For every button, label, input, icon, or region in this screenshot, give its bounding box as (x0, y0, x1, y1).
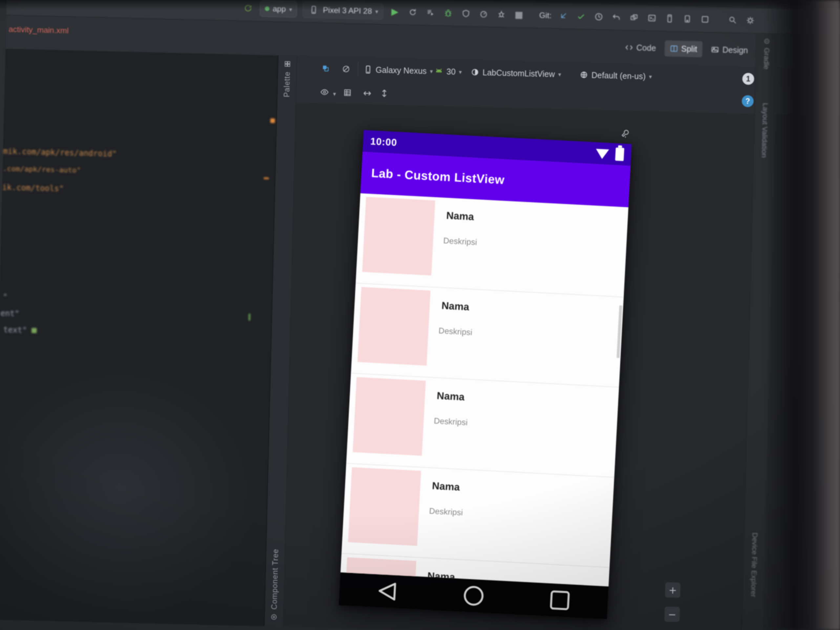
code-fragment: mik.com/apk/res/android" (3, 147, 117, 158)
file-tab-label: activity_main.xml (8, 25, 69, 35)
chevron-down-icon: ▾ (558, 71, 561, 78)
wifi-icon (595, 148, 609, 159)
blueprint-grid-button[interactable] (341, 86, 354, 99)
item-name: Nama (436, 390, 465, 403)
project-structure-button[interactable] (628, 11, 640, 24)
tab-split-label: Split (681, 44, 697, 54)
apply-changes-button[interactable] (407, 6, 419, 18)
custom-listview[interactable]: Nama Deskripsi Nama Deskripsi Nama Deskr… (341, 193, 628, 586)
ui-mode-button[interactable] (339, 62, 353, 76)
zoom-in-glyph: + (668, 584, 677, 596)
layout-validation-label: Layout Validation (760, 103, 770, 158)
locale-select-label: Default (en-us) (591, 70, 646, 81)
nav-home-icon (464, 586, 483, 605)
android-icon (434, 67, 443, 76)
tab-split[interactable]: Split (665, 40, 703, 57)
run-button[interactable]: ▶ (389, 6, 401, 18)
stop-button[interactable]: ■ (513, 9, 525, 21)
device-file-explorer-label: Device File Explorer (749, 532, 759, 597)
item-description: Deskripsi (429, 506, 463, 517)
api-level-label: 30 (446, 66, 456, 76)
debug-button[interactable] (442, 7, 454, 19)
list-item[interactable]: Nama Deskripsi (341, 464, 614, 568)
chevron-down-icon: ▾ (430, 68, 433, 74)
git-update-button[interactable] (557, 10, 569, 22)
battery-icon (615, 148, 624, 161)
tab-code-label: Code (636, 43, 656, 52)
code-fragment: ik.com/tools" (2, 183, 64, 194)
target-device-label: Pixel 3 API 28 (323, 6, 372, 16)
zoom-in-button[interactable]: + (665, 582, 681, 598)
phone-preview[interactable]: 10:00 Lab - Custom ListView Nama Deskrip… (339, 130, 632, 619)
code-fragment: .com/apk/res-auto" (3, 164, 81, 175)
list-item[interactable]: Nama Deskripsi (351, 284, 624, 387)
list-item[interactable]: Nama Deskripsi (346, 373, 619, 477)
phone-icon (363, 65, 373, 74)
device-file-explorer-tool-button[interactable]: Device File Explorer (743, 532, 766, 597)
nav-recents-icon (551, 591, 569, 609)
globe-icon (579, 71, 588, 79)
file-tab[interactable]: activity_main.xml (8, 25, 69, 35)
run-with-coverage-button[interactable] (424, 6, 436, 19)
zoom-out-button[interactable]: − (664, 606, 680, 622)
item-image-placeholder (348, 467, 421, 546)
run-configuration-select[interactable]: app ▾ (260, 0, 297, 18)
component-tree-tool-button[interactable]: Component Tree (265, 548, 285, 621)
help-glyph: ? (745, 97, 750, 106)
gradle-tool-button[interactable]: Gradle (756, 38, 777, 70)
code-editor-panel[interactable]: mik.com/apk/res/android" .com/apk/res-au… (0, 49, 279, 626)
theme-icon (471, 68, 479, 77)
issue-count-badge[interactable]: 1 (742, 73, 754, 85)
gradle-icon (764, 38, 770, 44)
layout-validation-tool-button[interactable]: Layout Validation (754, 103, 776, 158)
search-everywhere-button[interactable] (726, 14, 739, 26)
tab-design[interactable]: Design (706, 41, 753, 59)
chevron-down-icon: ▾ (459, 68, 462, 75)
attach-debugger-button[interactable] (495, 8, 507, 21)
item-description: Deskripsi (438, 326, 472, 337)
palette-tool-button[interactable]: Palette (278, 60, 297, 98)
code-fragment: ent" (0, 309, 19, 318)
component-tree-icon (270, 613, 278, 621)
help-badge[interactable]: ? (742, 95, 754, 107)
toolbar-separator (358, 62, 358, 76)
nav-back-icon (379, 583, 395, 600)
git-label: Git: (539, 11, 551, 21)
terminal-button[interactable] (646, 12, 658, 24)
tab-code[interactable]: Code (619, 39, 662, 56)
git-commit-button[interactable] (575, 10, 587, 22)
zoom-out-glyph: − (668, 608, 676, 620)
orientation-horizontal-icon[interactable]: ↔ (360, 86, 374, 100)
api-level-select[interactable]: 30 ▾ (434, 63, 462, 80)
device-manager-button[interactable] (681, 13, 693, 25)
item-image-placeholder (357, 287, 431, 366)
rollback-button[interactable] (610, 11, 622, 23)
gutter-warning-mark (264, 177, 269, 179)
design-surface-select[interactable] (319, 62, 332, 75)
render-wrench-icon[interactable] (621, 129, 631, 141)
target-device-select[interactable]: Pixel 3 API 28 ▾ (303, 1, 384, 20)
list-item[interactable]: Nama Deskripsi (356, 193, 628, 297)
eye-icon (320, 88, 329, 96)
status-icons (595, 146, 624, 161)
theme-select[interactable]: LabCustomListView ▾ (471, 64, 561, 82)
view-options-button[interactable] (318, 85, 332, 99)
item-image-placeholder (362, 197, 436, 276)
orientation-vertical-icon[interactable]: ↕ (377, 87, 391, 100)
layout-inspector-button[interactable] (699, 13, 711, 25)
locale-select[interactable]: Default (en-us) ▾ (579, 67, 652, 84)
item-description: Deskripsi (434, 416, 468, 427)
avd-manager-button[interactable] (663, 13, 676, 25)
code-fragment: " (3, 292, 8, 302)
profiler-button[interactable] (477, 8, 489, 20)
history-button[interactable] (592, 11, 605, 23)
device-select[interactable]: Galaxy Nexus ▾ (363, 62, 433, 79)
settings-gear-button[interactable] (744, 14, 756, 27)
sync-project-icon[interactable] (242, 2, 254, 14)
palette-icon (284, 60, 291, 68)
chevron-down-icon: ▾ (649, 73, 652, 80)
theme-select-label: LabCustomListView (482, 68, 555, 79)
scrollbar-error-mark (270, 118, 275, 123)
profile-shield-button[interactable] (460, 8, 472, 20)
item-name: Nama (432, 480, 460, 493)
